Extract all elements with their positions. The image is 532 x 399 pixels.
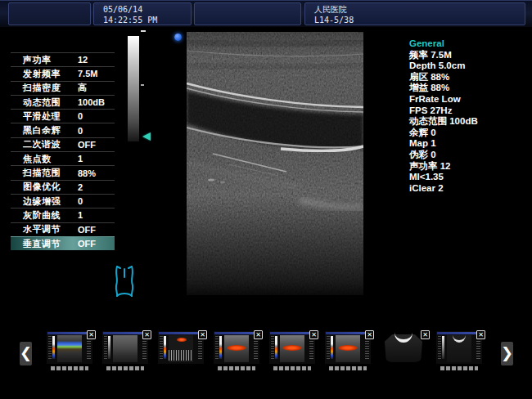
thumbnail-grayscale-bar [164,336,166,359]
date-text: 05/06/14 [103,4,191,15]
param-row-edge-enhance[interactable]: 边缘增强0 [11,194,115,208]
thumbnail[interactable]: ✕ [325,331,371,370]
thumbnail-left-text [215,336,219,361]
thumbnail-image-area [169,335,193,362]
thumbnail-right-text [142,336,147,361]
hospital-name: 人民医院 [314,4,525,15]
thumbnail-close-button[interactable]: ✕ [365,330,374,339]
thumbnail-topbar [159,332,203,334]
thumbnail-close-button[interactable]: ✕ [198,330,207,339]
top-bar: 05/06/14 14:22:55 PM 人民医院 L14-5/38 [0,0,532,27]
thumbnail-filmstrip [329,366,367,370]
thumbnail-left-text [327,336,330,361]
thumbnail-preview [436,331,482,364]
thumbnail-close-button[interactable]: ✕ [142,330,151,339]
tgc-cursor-icon[interactable] [142,132,151,141]
info-fps: FPS 27Hz [409,105,532,117]
param-row-scan-density[interactable]: 扫描密度高 [11,81,115,95]
info-depth: Depth 5.0cm [409,61,532,72]
next-page-button[interactable]: ❯ [501,342,513,365]
thumbnail-grayscale-bar [442,336,444,359]
param-row-persistence[interactable]: 黑白余辉0 [11,123,115,137]
thumbnail-close-button[interactable]: ✕ [254,330,263,339]
info-sector: 扇区 88% [409,72,532,83]
grayscale-tick-mid [141,84,144,86]
info-acoustic-power: 声功率 12 [409,161,532,173]
grayscale-map-bar [128,36,139,141]
thumbnail[interactable]: ✕ [214,331,259,370]
thumbnail[interactable]: ✕ [102,331,148,370]
thumbnail-right-text [254,336,258,361]
info-persistence: 余辉 0 [409,128,532,139]
thumbnail-grayscale-bar [52,336,55,359]
thumbnail-image-area [57,335,82,362]
thumbnail-right-text [87,336,91,361]
hospital-probe-box: 人民医院 L14-5/38 [304,2,525,25]
thumbnail-filmstrip [218,366,255,370]
info-dynamic-range: 动态范围 100dB [409,116,532,128]
thumbnail-preview [269,331,315,364]
thumbnail-left-text [438,336,441,361]
thumbnail[interactable]: ✕ [158,331,204,370]
thumbnail-filmstrip [106,366,144,370]
param-row-horizontal-adjust[interactable]: 水平调节OFF [11,222,115,236]
thumbnail-image-area [280,335,304,362]
param-row-vertical-adjust-selected[interactable]: 垂直调节OFF [11,236,115,250]
thumbnail[interactable]: ✕ [269,331,315,370]
thumbnail-filmstrip [51,366,88,370]
thumbnail-image-area [224,335,249,362]
param-row-acoustic-power[interactable]: 声功率12 [11,52,115,66]
status-box-empty [8,2,91,25]
param-row-smoothing[interactable]: 平滑处理0 [11,109,115,123]
thumbnail-image-area [447,335,471,362]
thumbnail-close-button[interactable]: ✕ [309,330,318,339]
ultrasound-image-canvas [187,32,363,295]
time-text: 14:22:55 PM [103,15,191,25]
datetime-box: 05/06/14 14:22:55 PM [93,2,192,25]
thumbnail-preview [47,331,92,364]
info-mechanical-index: MI<1.35 [409,172,532,183]
thumbnail[interactable]: ✕ [47,331,92,370]
thumbnail-filmstrip [273,366,311,370]
thumbnail-image-area [336,335,360,362]
thumbnail-left-text [160,336,163,361]
param-row-scan-range[interactable]: 扫描范围88% [11,165,115,179]
thumbnail-list: ✕ ✕ ✕ ✕ [47,331,482,370]
thumbnail-right-text [309,336,313,361]
param-row-dynamic-range[interactable]: 动态范围100dB [11,95,115,109]
thumbnail-grayscale-bar [331,336,333,359]
thumbnail[interactable]: ✕ [381,331,426,370]
param-row-tx-frequency[interactable]: 发射频率7.5M [11,66,115,80]
thumbnail-topbar [103,332,147,334]
thumbnail-close-button[interactable]: ✕ [87,330,96,339]
parameter-sidebar: 声功率12 发射频率7.5M 扫描密度高 动态范围100dB 平滑处理0 黑白余… [11,52,115,250]
thumbnail[interactable]: ✕ [436,331,482,370]
grayscale-tick-top [141,30,146,32]
thumbnail-grayscale-bar [108,336,110,359]
ultrasound-app-screen: 05/06/14 14:22:55 PM 人民医院 L14-5/38 声功率12… [0,0,532,399]
info-frequency: 频率 7.5M [409,50,532,61]
thumbnail-close-button[interactable]: ✕ [421,330,430,339]
thumbnail-grayscale-bar [275,336,277,359]
param-row-harmonic[interactable]: 二次谐波OFF [11,137,115,151]
param-row-image-optimize[interactable]: 图像优化2 [11,180,115,194]
thumbnail-topbar [437,332,481,334]
thumbnail-close-button[interactable]: ✕ [476,330,485,339]
thumbnail-left-text [271,336,274,361]
thumbnail-filmstrip [440,366,478,370]
param-row-focus-number[interactable]: 焦点数1 [11,151,115,165]
thumbnail-preview [102,331,148,364]
thumbnail-preview [158,331,204,364]
prev-page-button[interactable]: ❮ [20,342,32,365]
thumbnail-preview [325,331,371,364]
thumbnail-right-text [198,336,202,361]
param-row-gray-curve[interactable]: 灰阶曲线1 [11,208,115,222]
thumbnail-topbar [326,332,370,334]
thumbnail-left-text [48,336,52,361]
thumbnail-preview [214,331,259,364]
image-info-panel: General 频率 7.5M Depth 5.0cm 扇区 88% 增益 88… [409,38,532,194]
thumbnail-right-text [365,336,369,361]
ultrasound-image [187,32,363,295]
info-map: Map 1 [409,138,532,150]
info-iclear: iClear 2 [409,183,532,195]
